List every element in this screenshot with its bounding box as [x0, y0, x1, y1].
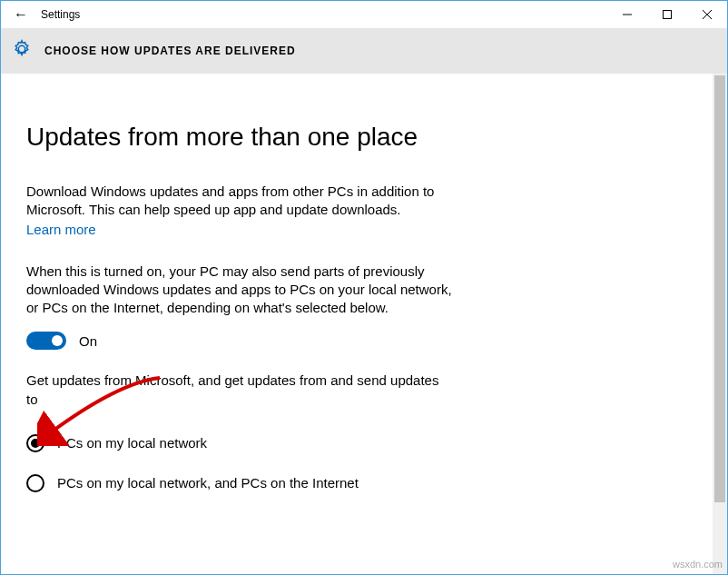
titlebar: ← Settings — [1, 1, 727, 28]
learn-more-link[interactable]: Learn more — [26, 222, 96, 237]
radio-local-label: PCs on my local network — [57, 435, 207, 451]
maximize-button[interactable] — [647, 1, 687, 28]
toggle-row: On — [26, 332, 687, 350]
page-header: CHOOSE HOW UPDATES ARE DELIVERED — [1, 28, 727, 74]
minimize-button[interactable] — [607, 1, 647, 28]
svg-rect-1 — [664, 11, 672, 19]
radio-option-internet[interactable]: PCs on my local network, and PCs on the … — [26, 474, 687, 492]
window-title: Settings — [41, 8, 80, 21]
vertical-scrollbar[interactable] — [713, 74, 727, 574]
radio-internet[interactable] — [26, 474, 44, 492]
back-button[interactable]: ← — [1, 6, 41, 23]
delivery-toggle[interactable] — [26, 332, 66, 350]
radio-option-local[interactable]: PCs on my local network — [26, 434, 687, 452]
minimize-icon — [623, 10, 632, 19]
toggle-knob — [52, 335, 63, 346]
content-area: Updates from more than one place Downloa… — [1, 74, 727, 574]
maximize-icon — [663, 10, 672, 19]
toggle-label: On — [79, 333, 97, 349]
page-title: Updates from more than one place — [26, 123, 687, 152]
radio-internet-label: PCs on my local network, and PCs on the … — [57, 475, 359, 491]
intro-text: Download Windows updates and apps from o… — [26, 183, 453, 220]
explain-text: When this is turned on, your PC may also… — [26, 263, 453, 318]
scrollbar-thumb[interactable] — [714, 75, 725, 502]
prompt-text: Get updates from Microsoft, and get upda… — [26, 372, 453, 409]
content-body: Updates from more than one place Downloa… — [1, 74, 713, 574]
close-button[interactable] — [687, 1, 727, 28]
radio-local[interactable] — [26, 434, 44, 452]
gear-icon — [12, 39, 32, 63]
close-icon — [703, 10, 712, 19]
settings-window: ← Settings CHOOSE HOW UPDATES ARE DELIVE… — [0, 0, 728, 575]
page-caption: CHOOSE HOW UPDATES ARE DELIVERED — [44, 45, 296, 57]
